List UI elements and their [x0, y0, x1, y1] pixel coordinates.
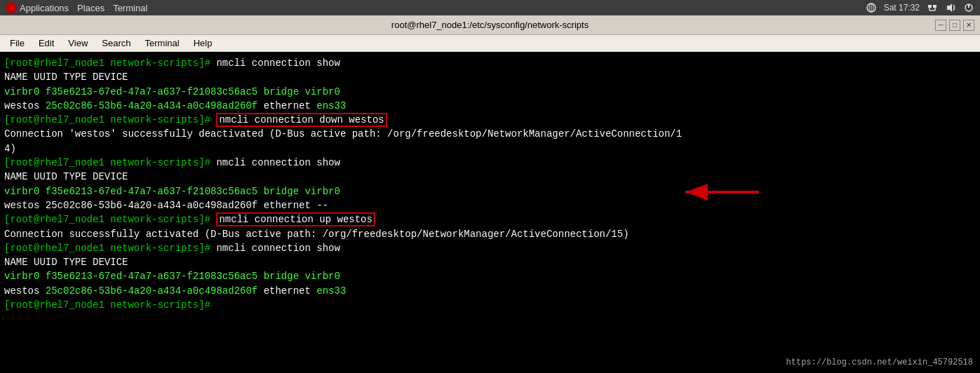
prompt-4: [root@rhel7_node1 network-scripts]# — [4, 214, 216, 225]
conn-westos-type-1: ethernet — [257, 100, 316, 111]
redhat-logo-icon — [6, 2, 17, 13]
prompt-3: [root@rhel7_node1 network-scripts]# — [4, 157, 216, 168]
terminal-line-4: westos 25c02c86-53b6-4a20-a434-a0c498ad2… — [4, 99, 976, 113]
svg-rect-4 — [933, 5, 937, 8]
watermark: https://blog.csdn.net/weixin_45792518 — [786, 357, 973, 369]
terminal-line-14: [root@rhel7_node1 network-scripts]# nmcl… — [4, 241, 976, 255]
cmd-up-highlight: nmcli connection up westos — [216, 212, 375, 226]
conn-westos3-uuid: 25c02c86-53b6-4a20-a434-a0c498ad260f — [46, 285, 257, 297]
conn-westos3-type: ethernet — [257, 285, 316, 297]
terminal-line-13: Connection successfully activated (D-Bus… — [4, 227, 976, 241]
deactivated-msg: Connection 'westos' successfully deactiv… — [4, 128, 682, 140]
minimize-button[interactable]: ─ — [935, 20, 946, 31]
applications-menu[interactable]: Applications — [20, 3, 69, 13]
network-manager-icon — [927, 2, 938, 13]
prompt-final: [root@rhel7_node1 network-scripts]# — [4, 299, 210, 311]
terminal-line-11: westos 25c02c86-53b6-4a20-a434-a0c498ad2… — [4, 198, 976, 212]
terminal-line-9: NAME UUID TYPE DEVICE — [4, 170, 976, 184]
terminal-line-15: NAME UUID TYPE DEVICE — [4, 255, 976, 269]
prompt-2: [root@rhel7_node1 network-scripts]# — [4, 114, 216, 126]
activated-msg: Connection successfully activated (D-Bus… — [4, 229, 629, 240]
terminal-line-17: westos 25c02c86-53b6-4a20-a434-a0c498ad2… — [4, 284, 976, 298]
terminal-line-7: 4) — [4, 142, 976, 156]
datetime-display: Sat 17:32 — [884, 3, 920, 13]
maximize-button[interactable]: □ — [949, 20, 960, 31]
menu-view[interactable]: View — [62, 36, 93, 50]
power-icon — [963, 2, 974, 13]
menu-bar: File Edit View Search Terminal Help — [0, 35, 980, 52]
menu-terminal[interactable]: Terminal — [140, 36, 185, 50]
terminal-line-16: virbr0 f35e6213-67ed-47a7-a637-f21083c56… — [4, 269, 976, 283]
terminal[interactable]: [root@rhel7_node1 network-scripts]# nmcl… — [0, 52, 980, 373]
terminal-line-10: virbr0 f35e6213-67ed-47a7-a637-f21083c56… — [4, 184, 976, 198]
header-1: NAME UUID TYPE DEVICE — [4, 72, 128, 83]
menu-help[interactable]: Help — [188, 36, 218, 50]
close-button[interactable]: ✕ — [963, 20, 974, 31]
prompt-5: [root@rhel7_node1 network-scripts]# — [4, 243, 216, 254]
terminal-line-1: [root@rhel7_node1 network-scripts]# nmcl… — [4, 56, 976, 70]
cmd-3: nmcli connection show — [216, 243, 340, 254]
system-bar-right: Sat 17:32 — [866, 2, 974, 13]
window-controls: ─ □ ✕ — [935, 20, 974, 31]
terminal-line-8: [root@rhel7_node1 network-scripts]# nmcl… — [4, 156, 976, 170]
terminal-line-5: [root@rhel7_node1 network-scripts]# nmcl… — [4, 113, 976, 127]
prompt-1: [root@rhel7_node1 network-scripts]# — [4, 57, 216, 69]
system-bar-menu: Applications Places Terminal — [20, 3, 147, 13]
conn-westos-name-1: westos — [4, 100, 46, 111]
network-icon — [866, 2, 877, 13]
conn-virbr0-3: virbr0 f35e6213-67ed-47a7-a637-f21083c56… — [4, 271, 340, 282]
conn-westos3-dev: ens33 — [316, 285, 346, 297]
deactivated-msg-2: 4) — [4, 143, 16, 154]
terminal-line-6: Connection 'westos' successfully deactiv… — [4, 127, 976, 141]
conn-virbr0-1: virbr0 f35e6213-67ed-47a7-a637-f21083c56… — [4, 86, 340, 97]
header-2: NAME UUID TYPE DEVICE — [4, 171, 128, 182]
terminal-line-2: NAME UUID TYPE DEVICE — [4, 70, 976, 84]
cmd-2: nmcli connection show — [216, 157, 340, 168]
places-menu[interactable]: Places — [77, 3, 105, 13]
svg-marker-8 — [947, 4, 952, 12]
terminal-line-3: virbr0 f35e6213-67ed-47a7-a637-f21083c56… — [4, 85, 976, 99]
cmd-down-highlight: nmcli connection down westos — [216, 113, 387, 127]
svg-rect-3 — [928, 5, 932, 8]
volume-icon — [945, 2, 956, 13]
system-bar: Applications Places Terminal Sat 17:32 — [0, 0, 980, 15]
conn-westos2-name: westos 25c02c86-53b6-4a20-a434-a0c498ad2… — [4, 200, 328, 211]
terminal-line-18: [root@rhel7_node1 network-scripts]# — [4, 298, 976, 312]
conn-westos-uuid-1: 25c02c86-53b6-4a20-a434-a0c498ad260f — [46, 100, 257, 111]
menu-search[interactable]: Search — [96, 36, 136, 50]
terminal-menu[interactable]: Terminal — [113, 3, 147, 13]
menu-edit[interactable]: Edit — [33, 36, 60, 50]
conn-westos3-name: westos — [4, 285, 46, 297]
conn-virbr0-2: virbr0 f35e6213-67ed-47a7-a637-f21083c56… — [4, 186, 340, 197]
conn-westos-dev-1: ens33 — [316, 100, 346, 111]
window-chrome: root@rhel7_node1:/etc/sysconfig/network-… — [0, 15, 980, 35]
system-bar-left: Applications Places Terminal — [6, 2, 866, 13]
window-title: root@rhel7_node1:/etc/sysconfig/network-… — [391, 20, 589, 30]
header-3: NAME UUID TYPE DEVICE — [4, 257, 128, 268]
menu-file[interactable]: File — [4, 36, 30, 50]
terminal-line-12: [root@rhel7_node1 network-scripts]# nmcl… — [4, 212, 976, 226]
cmd-1: nmcli connection show — [216, 57, 340, 69]
